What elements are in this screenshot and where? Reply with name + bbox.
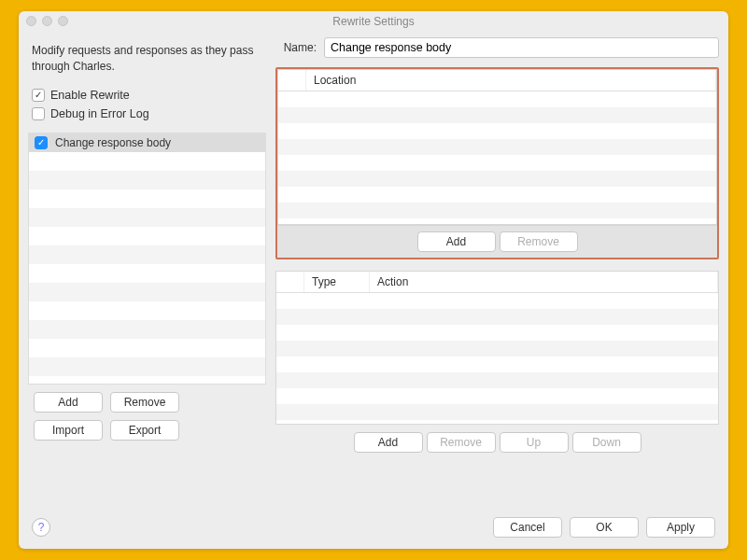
up-action-button[interactable]: Up [500, 432, 569, 453]
help-button[interactable]: ? [32, 518, 50, 537]
type-column-header: Type [304, 272, 370, 292]
location-table[interactable]: Location [277, 69, 717, 225]
content-area: Modify requests and responses as they pa… [19, 32, 728, 508]
right-panel: Name: Location Add Remove [275, 37, 719, 508]
description-text: Modify requests and responses as they pa… [28, 37, 266, 86]
enable-rewrite-row[interactable]: ✓ Enable Rewrite [28, 86, 266, 105]
remove-location-button[interactable]: Remove [500, 231, 578, 252]
rule-buttons-row1: Add Remove [28, 392, 266, 413]
location-body[interactable] [278, 91, 716, 224]
minimize-icon[interactable] [42, 16, 52, 26]
action-column-header: Action [370, 272, 718, 292]
location-section-highlight: Location Add Remove [275, 67, 719, 259]
rewrite-settings-window: Rewrite Settings Modify requests and res… [19, 11, 728, 549]
export-button[interactable]: Export [110, 420, 179, 441]
add-action-button[interactable]: Add [354, 432, 423, 453]
zoom-icon[interactable] [58, 16, 68, 26]
rule-buttons-row2: Import Export [28, 420, 266, 441]
actions-buttons: Add Remove Up Down [275, 425, 719, 460]
import-button[interactable]: Import [34, 420, 103, 441]
location-buttons: Add Remove [277, 225, 717, 258]
window-controls [26, 16, 68, 26]
debug-label: Debug in Error Log [50, 107, 149, 120]
actions-body[interactable] [276, 293, 718, 424]
enable-rewrite-label: Enable Rewrite [50, 89, 130, 102]
cancel-button[interactable]: Cancel [493, 517, 562, 538]
actions-checkbox-column [276, 272, 304, 292]
name-row: Name: [275, 37, 719, 58]
left-panel: Modify requests and responses as they pa… [28, 37, 266, 508]
down-action-button[interactable]: Down [572, 432, 641, 453]
remove-rule-button[interactable]: Remove [110, 392, 179, 413]
rule-checkbox[interactable]: ✓ [35, 136, 48, 149]
actions-table[interactable]: Type Action [275, 271, 719, 425]
window-title: Rewrite Settings [332, 15, 414, 28]
close-icon[interactable] [26, 16, 36, 26]
rule-name: Change response body [55, 136, 171, 149]
ok-button[interactable]: OK [570, 517, 639, 538]
actions-header-row: Type Action [276, 272, 718, 293]
footer: ? Cancel OK Apply [19, 508, 728, 549]
remove-action-button[interactable]: Remove [427, 432, 496, 453]
titlebar: Rewrite Settings [19, 11, 728, 32]
debug-row[interactable]: Debug in Error Log [28, 105, 266, 123]
name-input[interactable] [324, 37, 719, 58]
add-location-button[interactable]: Add [417, 231, 496, 252]
enable-rewrite-checkbox[interactable]: ✓ [32, 89, 45, 102]
apply-button[interactable]: Apply [646, 517, 715, 538]
add-rule-button[interactable]: Add [34, 392, 103, 413]
list-item[interactable]: ✓ Change response body [29, 133, 265, 152]
location-checkbox-column [278, 70, 306, 91]
location-header-row: Location [278, 70, 716, 91]
actions-section: Type Action Add Remove Up Down [275, 271, 719, 460]
location-column-header: Location [306, 70, 716, 91]
footer-buttons: Cancel OK Apply [493, 517, 715, 538]
debug-checkbox[interactable] [32, 107, 45, 120]
rule-list[interactable]: ✓ Change response body [28, 133, 266, 385]
name-label: Name: [275, 41, 317, 54]
